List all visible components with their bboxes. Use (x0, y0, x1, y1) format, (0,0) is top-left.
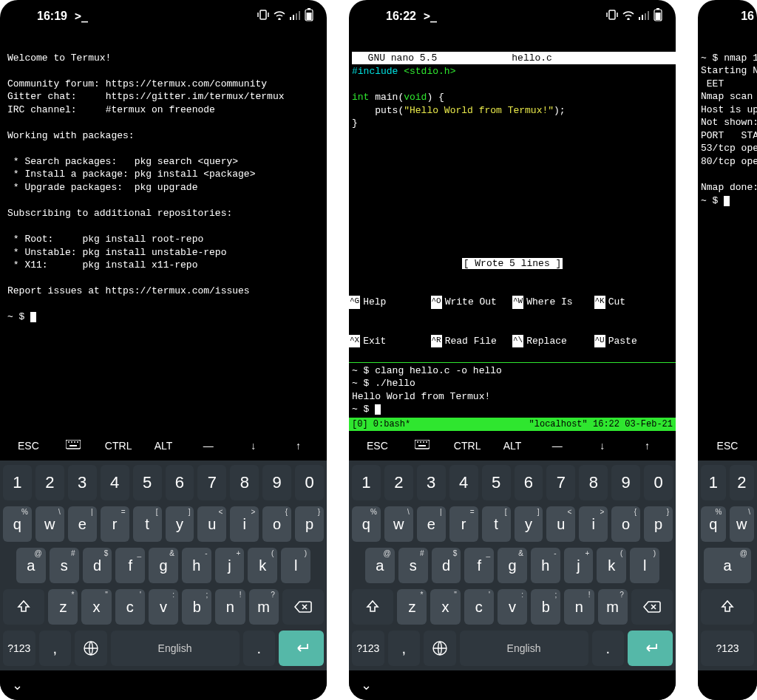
key-8[interactable]: 8 (230, 465, 259, 500)
key-b[interactable]: b; (531, 589, 560, 625)
down-key[interactable]: ↓ (231, 440, 276, 452)
key-y[interactable]: y] (515, 506, 543, 542)
key-2[interactable]: 2 (730, 465, 755, 500)
spacebar[interactable]: English (111, 631, 240, 666)
key-i[interactable]: i> (579, 506, 608, 542)
nav-collapse-icon[interactable]: ⌄ (12, 677, 23, 693)
key-x[interactable]: x" (81, 589, 111, 625)
dash-key[interactable]: — (534, 440, 580, 452)
key-n[interactable]: n! (564, 589, 594, 625)
terminal-output[interactable]: ~ $ nmap 1 Starting N EET Nmap scan Host… (698, 33, 757, 431)
key-5[interactable]: 5 (133, 465, 162, 500)
key-6[interactable]: 6 (166, 465, 194, 500)
key-f[interactable]: f_ (464, 548, 494, 583)
dash-key[interactable]: — (186, 440, 231, 452)
key-z[interactable]: z* (48, 589, 78, 625)
symbols-key[interactable]: ?123 (352, 631, 384, 666)
key-t[interactable]: t[ (133, 506, 162, 542)
key-r[interactable]: r= (101, 506, 129, 542)
key-w[interactable]: w\ (730, 506, 755, 542)
key-w[interactable]: w\ (384, 506, 413, 542)
up-key[interactable]: ↑ (276, 440, 321, 452)
key-v[interactable]: v: (498, 589, 527, 625)
key-5[interactable]: 5 (482, 465, 511, 500)
shift-key[interactable] (352, 589, 393, 625)
key-p[interactable]: p} (295, 506, 324, 542)
period-key[interactable]: . (243, 631, 276, 666)
keyboard-toggle-key[interactable] (51, 440, 96, 452)
key-g[interactable]: g& (149, 548, 178, 583)
key-m[interactable]: m? (249, 589, 279, 625)
key-s[interactable]: s# (50, 548, 79, 583)
key-l[interactable]: l) (630, 548, 659, 583)
key-c[interactable]: c' (464, 589, 494, 625)
key-q[interactable]: q% (701, 506, 726, 542)
keyboard-toggle-key[interactable] (400, 440, 445, 452)
language-key[interactable] (75, 631, 107, 666)
key-d[interactable]: d$ (83, 548, 112, 583)
key-r[interactable]: r= (449, 506, 478, 542)
key-h[interactable]: h- (531, 548, 560, 583)
key-3[interactable]: 3 (417, 465, 446, 500)
language-key[interactable] (424, 631, 456, 666)
key-m[interactable]: m? (598, 589, 628, 625)
enter-key[interactable] (628, 631, 673, 666)
key-b[interactable]: b; (182, 589, 211, 625)
key-4[interactable]: 4 (101, 465, 129, 500)
key-p[interactable]: p} (644, 506, 673, 542)
key-c[interactable]: c' (115, 589, 145, 625)
shift-key[interactable] (701, 589, 754, 625)
alt-key[interactable]: ALT (141, 440, 186, 452)
key-j[interactable]: j+ (215, 548, 245, 583)
key-a[interactable]: a@ (704, 548, 751, 583)
key-9[interactable]: 9 (611, 465, 640, 500)
key-i[interactable]: i> (230, 506, 259, 542)
ctrl-key[interactable]: CTRL (445, 440, 490, 452)
key-0[interactable]: 0 (644, 465, 673, 500)
key-l[interactable]: l) (281, 548, 310, 583)
terminal-output[interactable]: GNU nano 5.5hello.c#include <stdio.h> in… (349, 33, 676, 431)
ctrl-key[interactable]: CTRL (96, 440, 141, 452)
key-d[interactable]: d$ (432, 548, 461, 583)
key-1[interactable]: 1 (3, 465, 32, 500)
key-e[interactable]: e| (417, 506, 446, 542)
key-n[interactable]: n! (215, 589, 245, 625)
key-s[interactable]: s# (398, 548, 428, 583)
period-key[interactable]: . (592, 631, 625, 666)
key-x[interactable]: x" (430, 589, 460, 625)
key-z[interactable]: z* (397, 589, 427, 625)
esc-key[interactable]: ESC (704, 440, 751, 452)
alt-key[interactable]: ALT (490, 440, 535, 452)
up-key[interactable]: ↑ (625, 440, 670, 452)
shift-key[interactable] (3, 589, 44, 625)
key-k[interactable]: k( (597, 548, 626, 583)
key-q[interactable]: q% (3, 506, 32, 542)
key-1[interactable]: 1 (701, 465, 726, 500)
key-o[interactable]: o{ (611, 506, 640, 542)
key-6[interactable]: 6 (515, 465, 543, 500)
key-3[interactable]: 3 (68, 465, 97, 500)
key-8[interactable]: 8 (579, 465, 608, 500)
key-2[interactable]: 2 (35, 465, 64, 500)
symbols-key[interactable]: ?123 (701, 631, 754, 666)
down-key[interactable]: ↓ (580, 440, 625, 452)
key-v[interactable]: v: (149, 589, 178, 625)
key-f[interactable]: f_ (115, 548, 145, 583)
comma-key[interactable]: , (39, 631, 72, 666)
key-t[interactable]: t[ (482, 506, 511, 542)
key-g[interactable]: g& (498, 548, 527, 583)
enter-key[interactable] (279, 631, 324, 666)
comma-key[interactable]: , (388, 631, 421, 666)
esc-key[interactable]: ESC (6, 440, 51, 452)
backspace-key[interactable] (282, 589, 324, 625)
spacebar[interactable]: English (460, 631, 588, 666)
key-a[interactable]: a@ (16, 548, 46, 583)
nav-collapse-icon[interactable]: ⌄ (361, 677, 372, 693)
key-q[interactable]: q% (352, 506, 381, 542)
esc-key[interactable]: ESC (355, 440, 400, 452)
key-w[interactable]: w\ (35, 506, 64, 542)
key-7[interactable]: 7 (546, 465, 575, 500)
terminal-output[interactable]: Welcome to Termux! Community forum: http… (0, 33, 327, 431)
key-9[interactable]: 9 (262, 465, 291, 500)
key-1[interactable]: 1 (352, 465, 381, 500)
